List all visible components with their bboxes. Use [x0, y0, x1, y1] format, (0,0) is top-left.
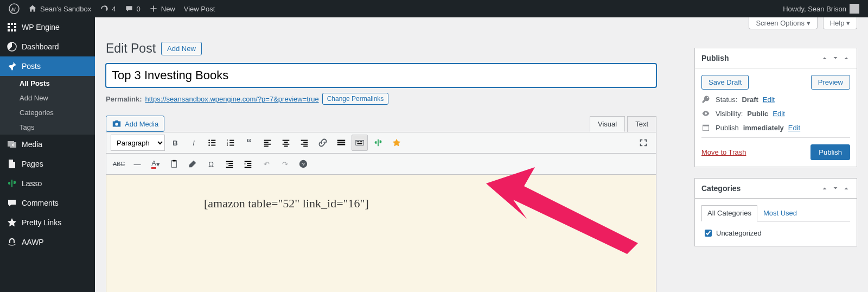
svg-rect-40	[358, 141, 359, 142]
lasso-button[interactable]	[370, 135, 386, 151]
svg-rect-25	[264, 144, 271, 145]
submenu-all-posts[interactable]: All Posts	[0, 76, 95, 91]
insert-more-button[interactable]	[333, 135, 349, 151]
save-draft-button[interactable]: Save Draft	[701, 75, 749, 90]
categories-metabox-header[interactable]: Categories	[695, 179, 857, 199]
redo-button[interactable]: ↷	[277, 156, 293, 172]
svg-rect-33	[301, 144, 308, 145]
paste-text-button[interactable]	[166, 156, 182, 172]
menu-wpengine[interactable]: WP Engine	[0, 17, 95, 37]
italic-button[interactable]: I	[186, 135, 202, 151]
align-right-button[interactable]	[296, 135, 312, 151]
visibility-value: Public	[747, 110, 768, 118]
menu-pretty-links[interactable]: Pretty Links	[0, 213, 95, 232]
updates-menu[interactable]: 4	[95, 0, 120, 17]
outdent-button[interactable]	[221, 156, 238, 172]
align-left-button[interactable]	[259, 135, 276, 151]
horizontal-rule-button[interactable]: —	[129, 156, 145, 172]
move-to-trash-link[interactable]: Move to Trash	[701, 148, 746, 156]
comments-menu[interactable]: 0	[120, 0, 145, 17]
submenu-add-new[interactable]: Add New	[0, 91, 95, 105]
toolbar-toggle-button[interactable]	[352, 135, 368, 151]
post-title-input[interactable]	[106, 64, 656, 87]
menu-dashboard[interactable]: Dashboard	[0, 37, 95, 56]
help-icon-button[interactable]: ?	[295, 156, 311, 172]
topbar-left: Sean's Sandbox 4 0 New View Post	[4, 0, 219, 17]
publish-button[interactable]: Publish	[810, 144, 850, 160]
insert-link-button[interactable]	[315, 135, 331, 151]
category-checkbox[interactable]	[705, 230, 712, 237]
bullet-list-button[interactable]	[204, 135, 220, 151]
tab-most-used[interactable]: Most Used	[757, 205, 803, 221]
add-media-button[interactable]: Add Media	[106, 116, 164, 132]
menu-aawp[interactable]: AAWP	[0, 232, 95, 252]
indent-button[interactable]	[240, 156, 256, 172]
svg-rect-46	[226, 161, 233, 162]
menu-lasso[interactable]: Lasso	[0, 174, 95, 193]
star-button[interactable]	[388, 135, 405, 151]
page-title: Edit Post	[106, 41, 156, 56]
svg-rect-37	[337, 144, 345, 145]
tab-all-categories[interactable]: All Categories	[701, 205, 757, 221]
view-post-link[interactable]: View Post	[180, 0, 220, 17]
bold-button[interactable]: B	[167, 135, 183, 151]
metabox-handles[interactable]	[821, 54, 850, 62]
preview-button[interactable]: Preview	[811, 75, 850, 90]
category-item[interactable]: Uncategorized	[701, 227, 850, 239]
editor-content-area[interactable]: [amazon table="52" link_id="16"]	[106, 175, 656, 292]
align-center-button[interactable]	[278, 135, 294, 151]
pin-icon	[7, 61, 17, 72]
undo-button[interactable]: ↶	[258, 156, 275, 172]
menu-media[interactable]: Media	[0, 135, 95, 154]
edit-publish-time-link[interactable]: Edit	[788, 124, 800, 132]
svg-rect-2	[11, 23, 13, 25]
text-color-button[interactable]: A ▾	[148, 156, 164, 172]
svg-rect-18	[229, 140, 234, 141]
number-list-button[interactable]: 123	[222, 135, 239, 151]
align-center-icon	[281, 138, 291, 148]
change-permalinks-button[interactable]: Change Permalinks	[322, 93, 389, 105]
fullscreen-button[interactable]	[635, 135, 652, 151]
svg-rect-24	[264, 142, 269, 143]
menu-label: Media	[22, 140, 42, 149]
new-content-menu[interactable]: New	[145, 0, 180, 17]
menu-label: AAWP	[22, 238, 44, 246]
link-icon	[318, 138, 328, 148]
annotation-arrow	[481, 167, 643, 254]
status-value: Draft	[742, 96, 758, 104]
tab-visual[interactable]: Visual	[590, 116, 625, 132]
menu-pages[interactable]: Pages	[0, 154, 95, 174]
special-char-button[interactable]: Ω	[203, 156, 219, 172]
svg-rect-39	[357, 141, 358, 142]
svg-rect-34	[303, 145, 308, 147]
permalink-url-link[interactable]: https://seansandbox.wpengine.com/?p=7&pr…	[145, 95, 318, 103]
cactus-icon	[373, 138, 383, 148]
svg-rect-32	[303, 142, 308, 143]
tab-text[interactable]: Text	[627, 116, 656, 132]
permalink-label: Permalink:	[106, 95, 142, 103]
clear-formatting-button[interactable]	[184, 156, 201, 172]
editor-content-text: [amazon table="52" link_id="16"]	[204, 196, 369, 210]
plus-icon	[149, 4, 158, 13]
strikethrough-button[interactable]: ABC	[111, 156, 127, 172]
fullscreen-icon	[639, 138, 648, 148]
blockquote-button[interactable]: “	[241, 135, 257, 151]
metabox-handles[interactable]	[821, 185, 850, 192]
submenu-tags[interactable]: Tags	[0, 120, 95, 135]
menu-posts[interactable]: Posts	[0, 56, 95, 76]
amazon-icon	[7, 237, 17, 247]
publish-metabox-header[interactable]: Publish	[695, 48, 857, 68]
submenu-categories[interactable]: Categories	[0, 105, 95, 120]
edit-status-link[interactable]: Edit	[763, 96, 775, 104]
edit-visibility-link[interactable]: Edit	[773, 110, 784, 118]
category-label: Uncategorized	[716, 229, 762, 237]
help-button[interactable]: Help ▾	[823, 17, 857, 29]
screen-options-button[interactable]: Screen Options ▾	[749, 17, 817, 29]
wp-logo[interactable]	[4, 0, 24, 17]
add-new-post-button[interactable]: Add New	[161, 42, 202, 55]
account-menu[interactable]: Howdy, Sean Brison	[778, 4, 864, 14]
menu-comments[interactable]: Comments	[0, 193, 95, 213]
site-name-menu[interactable]: Sean's Sandbox	[24, 0, 95, 17]
key-icon	[701, 95, 711, 104]
format-select[interactable]: Paragraph	[111, 135, 165, 151]
